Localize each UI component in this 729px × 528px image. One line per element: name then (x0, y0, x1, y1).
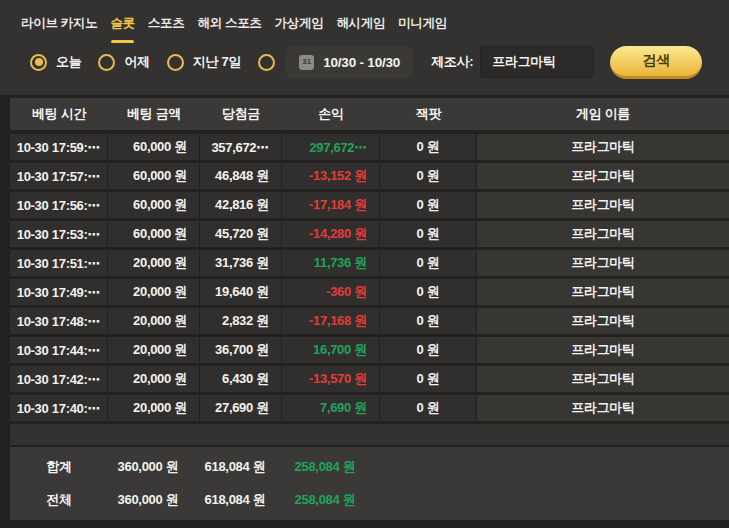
table-row: 10-30 17:56:⋯ 60,000 원 42,816 원 -17,184 … (10, 192, 729, 218)
cell-win-amount: 357,672⋯ (200, 134, 282, 160)
cell-win-amount: 19,640 원 (200, 279, 282, 305)
radio-yesterday-label: 어제 (124, 53, 149, 71)
summary-subtotal-bet: 360,000 원 (108, 458, 200, 476)
header-profit: 손익 (282, 98, 380, 130)
manufacturer-input[interactable] (480, 46, 594, 78)
cell-jackpot: 0 원 (380, 192, 477, 218)
cell-bet-time: 10-30 17:53:⋯ (10, 221, 108, 247)
cell-profit: -360 원 (282, 279, 380, 305)
table-row: 10-30 17:40:⋯ 20,000 원 27,690 원 7,690 원 … (10, 395, 729, 421)
cell-jackpot: 0 원 (380, 308, 477, 334)
cell-game-name: 프라그마틱 (477, 366, 729, 392)
radio-last-7-days-label: 지난 7일 (193, 53, 241, 71)
radio-last-7-days-icon[interactable] (167, 54, 184, 71)
cell-bet-time: 10-30 17:44:⋯ (10, 337, 108, 363)
filter-bar: 오늘 어제 지난 7일 31 10/30 - 10/30 제조사: 검색 (0, 43, 729, 81)
tab-bar: 라이브 카지노 슬롯 스포츠 해외 스포츠 가상게임 해시게임 미니게임 (0, 0, 729, 43)
cell-bet-time: 10-30 17:42:⋯ (10, 366, 108, 392)
cell-jackpot: 0 원 (380, 366, 477, 392)
cell-game-name: 프라그마틱 (477, 250, 729, 276)
cell-win-amount: 45,720 원 (200, 221, 282, 247)
cell-profit: -17,184 원 (282, 192, 380, 218)
radio-last-7-days[interactable]: 지난 7일 (167, 53, 241, 71)
top-band: 라이브 카지노 슬롯 스포츠 해외 스포츠 가상게임 해시게임 미니게임 오늘 … (0, 0, 729, 95)
cell-profit: 7,690 원 (282, 395, 380, 421)
manufacturer-label: 제조사: (431, 53, 473, 71)
header-game-name: 게임 이름 (477, 98, 729, 130)
tab-live-casino[interactable]: 라이브 카지노 (21, 15, 97, 43)
cell-bet-amount: 20,000 원 (108, 366, 200, 392)
cell-bet-amount: 20,000 원 (108, 279, 200, 305)
cell-profit: -13,152 원 (282, 163, 380, 189)
tab-hash-games[interactable]: 해시게임 (336, 15, 385, 43)
cell-profit: 297,672⋯ (282, 134, 380, 160)
tab-overseas-sports[interactable]: 해외 스포츠 (197, 15, 261, 43)
table-row: 10-30 17:53:⋯ 60,000 원 45,720 원 -14,280 … (10, 221, 729, 247)
summary-subtotal-label: 합계 (10, 458, 108, 476)
header-bet-amount: 베팅 금액 (108, 98, 200, 130)
cell-profit: -17,168 원 (282, 308, 380, 334)
radio-today-icon[interactable] (30, 54, 47, 71)
cell-profit: -14,280 원 (282, 221, 380, 247)
search-button[interactable]: 검색 (610, 46, 702, 79)
cell-bet-amount: 20,000 원 (108, 308, 200, 334)
cell-win-amount: 2,832 원 (200, 308, 282, 334)
radio-custom-range-icon[interactable] (258, 54, 275, 71)
cell-win-amount: 27,690 원 (200, 395, 282, 421)
tab-mini-games[interactable]: 미니게임 (398, 15, 447, 43)
cell-win-amount: 46,848 원 (200, 163, 282, 189)
radio-today[interactable]: 오늘 (30, 53, 81, 71)
table-body: 10-30 17:59:⋯ 60,000 원 357,672⋯ 297,672⋯… (10, 134, 729, 421)
cell-jackpot: 0 원 (380, 134, 477, 160)
tab-virtual-games[interactable]: 가상게임 (275, 15, 324, 43)
tab-slots[interactable]: 슬롯 (110, 15, 134, 43)
cell-jackpot: 0 원 (380, 337, 477, 363)
cell-game-name: 프라그마틱 (477, 337, 729, 363)
bet-history-table: 베팅 시간 베팅 금액 당첨금 손익 잭팟 게임 이름 10-30 17:59:… (10, 98, 729, 421)
table-row: 10-30 17:48:⋯ 20,000 원 2,832 원 -17,168 원… (10, 308, 729, 334)
cell-bet-amount: 60,000 원 (108, 163, 200, 189)
cell-jackpot: 0 원 (380, 163, 477, 189)
table-row: 10-30 17:59:⋯ 60,000 원 357,672⋯ 297,672⋯… (10, 134, 729, 160)
cell-bet-amount: 60,000 원 (108, 192, 200, 218)
cell-game-name: 프라그마틱 (477, 279, 729, 305)
tab-sports[interactable]: 스포츠 (148, 15, 185, 43)
header-jackpot: 잭팟 (380, 98, 477, 130)
cell-bet-amount: 20,000 원 (108, 337, 200, 363)
cell-profit: 16,700 원 (282, 337, 380, 363)
cell-bet-time: 10-30 17:40:⋯ (10, 395, 108, 421)
cell-bet-time: 10-30 17:49:⋯ (10, 279, 108, 305)
cell-game-name: 프라그마틱 (477, 308, 729, 334)
cell-bet-time: 10-30 17:59:⋯ (10, 134, 108, 160)
cell-game-name: 프라그마틱 (477, 395, 729, 421)
cell-jackpot: 0 원 (380, 221, 477, 247)
radio-custom-range[interactable] (258, 54, 275, 71)
cell-game-name: 프라그마틱 (477, 192, 729, 218)
summary-subtotal-profit: 258,084 원 (282, 458, 380, 476)
table-footer-spacer (10, 424, 729, 445)
cell-jackpot: 0 원 (380, 395, 477, 421)
cell-bet-time: 10-30 17:48:⋯ (10, 308, 108, 334)
radio-today-label: 오늘 (56, 53, 81, 71)
summary-total-label: 전체 (10, 491, 108, 509)
header-bet-time: 베팅 시간 (10, 98, 108, 130)
cell-bet-amount: 60,000 원 (108, 221, 200, 247)
table-row: 10-30 17:49:⋯ 20,000 원 19,640 원 -360 원 0… (10, 279, 729, 305)
cell-win-amount: 6,430 원 (200, 366, 282, 392)
table-row: 10-30 17:44:⋯ 20,000 원 36,700 원 16,700 원… (10, 337, 729, 363)
calendar-icon: 31 (299, 55, 314, 70)
cell-bet-time: 10-30 17:56:⋯ (10, 192, 108, 218)
cell-win-amount: 42,816 원 (200, 192, 282, 218)
radio-yesterday-icon[interactable] (98, 54, 115, 71)
cell-jackpot: 0 원 (380, 279, 477, 305)
radio-yesterday[interactable]: 어제 (98, 53, 149, 71)
summary-subtotal-win: 618,084 원 (200, 458, 282, 476)
cell-game-name: 프라그마틱 (477, 221, 729, 247)
summary-panel: 합계 360,000 원 618,084 원 258,084 원 전체 360,… (10, 447, 729, 520)
date-range-picker[interactable]: 31 10/30 - 10/30 (286, 46, 413, 78)
table-header: 베팅 시간 베팅 금액 당첨금 손익 잭팟 게임 이름 (10, 98, 729, 130)
table-row: 10-30 17:57:⋯ 60,000 원 46,848 원 -13,152 … (10, 163, 729, 189)
summary-total-bet: 360,000 원 (108, 491, 200, 509)
cell-profit: -13,570 원 (282, 366, 380, 392)
table-row: 10-30 17:42:⋯ 20,000 원 6,430 원 -13,570 원… (10, 366, 729, 392)
